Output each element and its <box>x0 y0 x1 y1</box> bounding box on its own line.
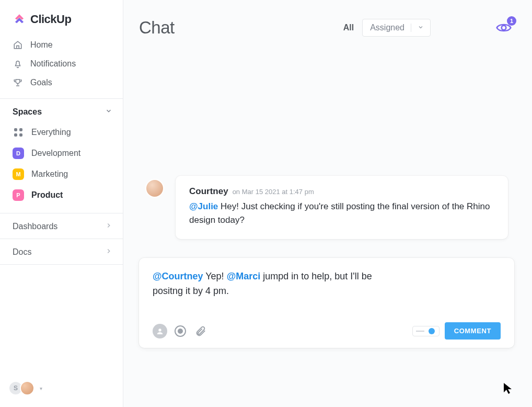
clickup-logo-icon <box>13 13 26 26</box>
svg-point-0 <box>502 26 506 30</box>
chevron-down-icon: ▾ <box>40 386 42 391</box>
home-icon <box>13 40 23 50</box>
message-timestamp: on Mar 15 2021 at 1:47 pm <box>233 188 314 196</box>
message-body: @Julie Hey! Just checking if you're stil… <box>189 200 494 228</box>
sidebar-item-goals[interactable]: Goals <box>7 73 115 92</box>
mention[interactable]: @Courtney <box>153 271 203 281</box>
chevron-right-icon <box>105 222 112 231</box>
bell-icon <box>13 59 23 69</box>
record-icon[interactable] <box>175 325 186 337</box>
mention[interactable]: @Marci <box>227 271 261 281</box>
sidebar-item-dashboards[interactable]: Dashboards <box>0 213 123 239</box>
workspace-switcher[interactable]: S ▾ <box>0 376 123 407</box>
page-title: Chat <box>139 18 175 38</box>
nav-label: Goals <box>30 78 52 87</box>
message-author: Courtney <box>189 186 228 197</box>
chevron-right-icon <box>105 247 112 257</box>
comment-button[interactable]: COMMENT <box>445 322 501 340</box>
chevron-down-icon <box>105 107 112 117</box>
composer-text-part: Yep! <box>203 271 227 281</box>
user-avatar-icon <box>20 381 34 395</box>
sidebar-item-marketing[interactable]: M Marketing <box>7 164 115 185</box>
watchers-count: 1 <box>507 16 516 26</box>
filter-assigned-dropdown[interactable]: Assigned <box>362 19 431 37</box>
space-label: Everything <box>31 128 71 137</box>
sidebar-item-product[interactable]: P Product <box>7 185 115 206</box>
spaces-label: Spaces <box>13 107 42 117</box>
space-badge-icon: M <box>13 168 24 180</box>
section-label: Docs <box>13 247 31 257</box>
cursor-icon <box>503 382 513 398</box>
space-badge-icon: P <box>13 189 24 201</box>
sidebar-item-notifications[interactable]: Notifications <box>7 54 115 73</box>
nav-label: Home <box>30 40 53 50</box>
mention-user-icon[interactable] <box>153 324 167 338</box>
reply-toggle[interactable] <box>412 326 440 336</box>
watchers-button[interactable]: 1 <box>493 20 514 36</box>
grid-icon <box>13 127 24 138</box>
mention[interactable]: @Julie <box>189 201 218 211</box>
sidebar-item-docs[interactable]: Docs <box>0 239 123 264</box>
sidebar-item-development[interactable]: D Development <box>7 143 115 164</box>
main-header: Chat All Assigned 1 <box>139 13 514 43</box>
filter-all-tab[interactable]: All <box>343 23 354 32</box>
sidebar: ClickUp Home Notifications Goals <box>0 0 123 407</box>
dot-icon <box>429 328 435 334</box>
nav-label: Notifications <box>30 59 76 69</box>
section-label: Dashboards <box>13 222 57 231</box>
space-label: Product <box>31 190 63 200</box>
composer-text[interactable]: @Courtney Yep! @Marci jumpd in to help, … <box>153 269 383 299</box>
attachment-icon[interactable] <box>193 324 208 338</box>
main-panel: Chat All Assigned 1 <box>123 0 532 407</box>
avatar-icon <box>145 179 164 198</box>
filter-label: Assigned <box>370 23 404 32</box>
sidebar-item-everything[interactable]: Everything <box>7 122 115 143</box>
space-label: Marketing <box>31 169 68 179</box>
line-icon <box>416 331 424 332</box>
trophy-icon <box>13 77 23 88</box>
logo-text: ClickUp <box>30 13 71 26</box>
chevron-down-icon <box>418 23 424 32</box>
chat-message[interactable]: Courtney on Mar 15 2021 at 1:47 pm @Juli… <box>176 176 508 239</box>
message-text: Hey! Just checking if you're still posti… <box>189 201 490 225</box>
svg-point-1 <box>158 329 161 331</box>
space-badge-icon: D <box>13 148 24 159</box>
spaces-header[interactable]: Spaces <box>0 99 123 122</box>
logo[interactable]: ClickUp <box>0 0 123 36</box>
comment-composer[interactable]: @Courtney Yep! @Marci jumpd in to help, … <box>139 258 514 348</box>
sidebar-item-home[interactable]: Home <box>7 36 115 54</box>
space-label: Development <box>31 149 80 158</box>
